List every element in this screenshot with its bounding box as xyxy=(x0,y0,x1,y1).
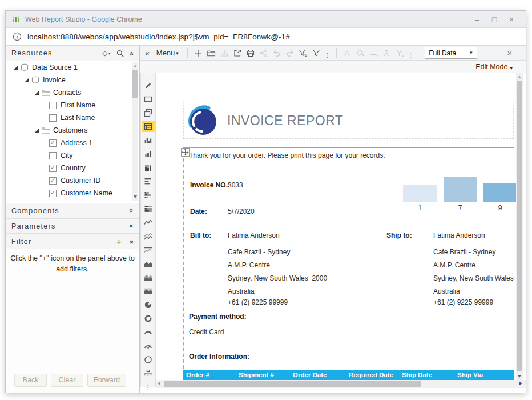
tree-item-contacts[interactable]: Contacts xyxy=(6,86,139,99)
checkbox-checked[interactable] xyxy=(49,190,57,197)
edit-mode-button[interactable]: Edit Mode xyxy=(475,63,507,71)
org-chart-icon[interactable] xyxy=(142,367,155,379)
checkbox-checked[interactable] xyxy=(49,177,57,185)
bill-to-line[interactable]: A.M.P. Centre xyxy=(228,261,270,269)
filter-currency-icon[interactable]: $ xyxy=(297,47,310,59)
url-text[interactable]: localhost:8888/webos/app/webstudio/index… xyxy=(27,33,290,41)
column-chart-icon[interactable] xyxy=(142,134,155,146)
expand-panel-icon[interactable]: » xyxy=(127,224,135,229)
payment-method-label[interactable]: Payment method: xyxy=(189,313,247,321)
page-info-icon[interactable] xyxy=(13,32,22,41)
stacked-area-chart-icon[interactable] xyxy=(142,271,155,283)
mini-bar-chart[interactable]: 1 7 9 xyxy=(403,177,526,213)
join-icon[interactable] xyxy=(393,47,406,59)
view-switch-icon[interactable]: ◇▾ xyxy=(102,49,111,57)
tree-item-last-name[interactable]: Last Name xyxy=(6,111,139,124)
align-icon[interactable] xyxy=(367,47,380,59)
line-with-axis-chart-icon[interactable] xyxy=(142,244,155,255)
expand-panel-icon[interactable]: » xyxy=(127,209,135,213)
scroll-down-icon[interactable] xyxy=(518,375,521,378)
tree-scrollbar[interactable] xyxy=(132,62,138,201)
arrange-icon[interactable] xyxy=(380,47,393,59)
filter-panel-header[interactable]: Filter + » xyxy=(6,234,139,249)
add-filter-icon[interactable]: + xyxy=(116,237,122,246)
line-chart-icon[interactable] xyxy=(142,217,155,228)
open-folder-icon[interactable] xyxy=(205,47,218,59)
search-icon[interactable] xyxy=(116,50,124,57)
more-components-icon[interactable]: ⋮ xyxy=(145,383,152,391)
tree-item-city[interactable]: City xyxy=(6,149,139,162)
collapse-panel-icon[interactable]: » xyxy=(127,239,135,244)
font-icon[interactable]: A xyxy=(341,47,354,59)
invoice-no-label[interactable]: Invoice NO.: xyxy=(190,181,230,189)
report-title[interactable]: INVOICE REPORT xyxy=(227,113,343,129)
column-header[interactable]: Order # xyxy=(186,370,209,380)
canvas-horizontal-scrollbar[interactable] xyxy=(156,380,526,388)
menu-button[interactable]: Menu▾ xyxy=(156,49,179,57)
bill-to-line[interactable]: +61 (2) 9225 99999 xyxy=(228,298,288,306)
collapse-sidebar-icon[interactable]: « xyxy=(145,49,150,58)
scroll-left-icon[interactable] xyxy=(158,382,160,385)
clear-button[interactable]: Clear xyxy=(51,374,83,387)
chart-bar[interactable] xyxy=(444,177,477,202)
close-button[interactable]: × xyxy=(503,15,520,24)
tree-item-invoice[interactable]: Invoice xyxy=(6,74,139,86)
scroll-down-icon[interactable] xyxy=(134,195,137,198)
checkbox-checked[interactable] xyxy=(49,139,57,147)
tree-item-customers[interactable]: Customers xyxy=(6,124,139,137)
forward-button[interactable]: Forward xyxy=(87,374,126,387)
expander-icon[interactable] xyxy=(23,77,30,83)
ship-to-line[interactable]: Sydney, New South Wales xyxy=(433,274,514,282)
collapse-panel-icon[interactable]: » xyxy=(127,51,135,55)
pie-chart-icon[interactable] xyxy=(142,299,155,310)
move-handle[interactable] xyxy=(181,148,190,157)
minimize-button[interactable]: – xyxy=(469,15,486,24)
panel-component-icon[interactable] xyxy=(142,107,155,118)
column-header[interactable]: Order Date xyxy=(293,370,327,380)
tree-item-address-1[interactable]: Address 1 xyxy=(6,137,139,149)
redo-icon[interactable] xyxy=(284,47,297,59)
report-canvas[interactable]: INVOICE REPORT Thank you for your order.… xyxy=(156,73,526,380)
bar-chart-icon[interactable] xyxy=(142,148,155,159)
resources-panel-header[interactable]: Resources ◇▾ » xyxy=(6,46,139,61)
ship-to-label[interactable]: Ship to: xyxy=(386,231,412,239)
bill-to-line[interactable]: Sydney, New South Wales 2000 xyxy=(228,274,327,282)
order-information-label[interactable]: Order Information: xyxy=(189,353,249,361)
checkbox-checked[interactable] xyxy=(49,165,57,172)
thank-you-text[interactable]: Thank you for your order. Please print t… xyxy=(189,151,385,159)
payment-method-value[interactable]: Credit Card xyxy=(189,328,224,336)
bill-to-line[interactable]: Australia xyxy=(228,287,255,295)
scroll-up-icon[interactable] xyxy=(518,75,521,78)
horizontal-bar-chart-icon[interactable] xyxy=(142,175,155,187)
maximize-button[interactable]: □ xyxy=(486,15,503,24)
date-value[interactable]: 5/7/2020 xyxy=(228,207,255,215)
tree-item-customer-id[interactable]: Customer ID xyxy=(6,174,139,187)
bill-to-line[interactable]: Cafe Brazil - Sydney xyxy=(228,248,290,256)
bill-to-line[interactable]: Fatima Anderson xyxy=(228,231,280,239)
tree-item-customer-name[interactable]: Customer Name xyxy=(6,187,139,199)
column-header[interactable]: Shipment # xyxy=(239,370,274,380)
date-label[interactable]: Date: xyxy=(190,207,207,215)
filter-icon[interactable] xyxy=(310,47,323,59)
checkbox-unchecked[interactable] xyxy=(49,152,57,159)
order-table-header[interactable]: Order # Shipment # Order Date Required D… xyxy=(183,370,514,380)
expander-icon[interactable] xyxy=(33,127,40,134)
chart-bar[interactable] xyxy=(483,183,517,202)
checkbox-unchecked[interactable] xyxy=(49,102,57,109)
toolbar-overflow-icon[interactable]: ⋮ xyxy=(325,52,331,60)
needle-gauge-icon[interactable] xyxy=(142,340,155,351)
column-header[interactable]: Ship Via xyxy=(457,370,483,380)
circle-shape-icon[interactable] xyxy=(142,354,155,365)
ship-to-line[interactable]: Fatima Anderson xyxy=(433,231,485,239)
tree-item-first-name[interactable]: First Name xyxy=(6,99,139,111)
back-button[interactable]: Back xyxy=(14,374,47,387)
vertical-scrollbar-thumb[interactable] xyxy=(517,81,522,371)
stacked-bar-chart-icon[interactable] xyxy=(142,189,155,201)
print-icon[interactable] xyxy=(244,47,257,59)
checkbox-unchecked[interactable] xyxy=(49,114,57,122)
label-component-icon[interactable] xyxy=(142,93,155,105)
ship-to-line[interactable]: +61 (2) 9225 99999 xyxy=(433,298,493,306)
ship-to-line[interactable]: Australia xyxy=(433,287,460,295)
export-icon[interactable] xyxy=(231,47,244,59)
chart-bar[interactable] xyxy=(403,185,437,202)
